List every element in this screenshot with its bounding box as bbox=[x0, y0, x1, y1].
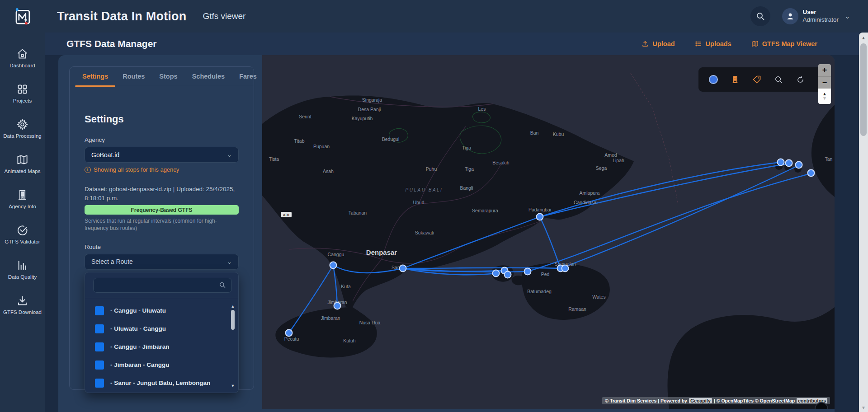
tab-schedules[interactable]: Schedules bbox=[185, 67, 232, 86]
sidebar-item-data-quality[interactable]: Data Quality bbox=[0, 252, 45, 287]
map-place-label: Desa Panji bbox=[358, 107, 381, 112]
sidebar-item-projects[interactable]: Projects bbox=[0, 76, 45, 111]
route-option[interactable]: - Uluwatu - Canggu bbox=[95, 320, 226, 338]
route-color-swatch bbox=[95, 379, 104, 388]
map-icon bbox=[16, 154, 28, 166]
scroll-up-icon[interactable]: ▲ bbox=[859, 33, 868, 40]
tag-icon bbox=[752, 75, 761, 84]
agency-value: GoBoat.id bbox=[91, 151, 119, 159]
search-icon bbox=[219, 281, 226, 289]
stop-circle-icon bbox=[709, 75, 718, 84]
bar-chart-icon bbox=[16, 259, 28, 272]
content-card: Settings Routes Stops Schedules Fares Se… bbox=[58, 55, 835, 412]
route-dropdown: - Canggu - Uluwatu - Uluwatu - Canggu - … bbox=[85, 272, 239, 393]
route-color-swatch bbox=[95, 342, 104, 351]
sidebar-item-dashboard[interactable]: Dashboard bbox=[0, 41, 45, 76]
route-search[interactable] bbox=[93, 278, 232, 293]
stop-marker[interactable] bbox=[537, 214, 543, 220]
map-land-lombok-north bbox=[811, 105, 835, 197]
map-place-label: Kutuh bbox=[343, 338, 356, 343]
map-place-label: Kuta bbox=[341, 284, 351, 289]
map-refresh-button[interactable] bbox=[795, 75, 805, 84]
stops-layer-button[interactable] bbox=[708, 75, 718, 84]
uploads-button[interactable]: Uploads bbox=[695, 40, 731, 47]
scroll-up-icon[interactable]: ▲ bbox=[230, 304, 236, 309]
sidebar-item-gtfs-download[interactable]: GTFS Download bbox=[0, 287, 45, 323]
app-logo-icon bbox=[13, 6, 33, 27]
tags-layer-button[interactable] bbox=[752, 75, 762, 84]
agency-layer-button[interactable] bbox=[730, 75, 740, 84]
map-place-label: Amed bbox=[604, 152, 617, 158]
tab-settings[interactable]: Settings bbox=[75, 67, 115, 86]
map-place-label: Ban bbox=[530, 130, 539, 136]
stop-marker[interactable] bbox=[778, 159, 784, 166]
route-search-input[interactable] bbox=[99, 282, 219, 289]
map-place-label: Puhu bbox=[426, 166, 437, 172]
stop-marker[interactable] bbox=[524, 268, 531, 275]
map-place-label: Lipah bbox=[613, 158, 624, 163]
page-scrollbar[interactable]: ▲ ▼ bbox=[859, 33, 868, 412]
tab-fares[interactable]: Fares bbox=[232, 67, 264, 86]
map-place-label: Bedugul bbox=[382, 136, 400, 142]
attribution-link-geoapify[interactable]: Geoapify bbox=[689, 398, 712, 403]
map-place-label: Ramaan bbox=[568, 306, 586, 312]
map-viewport[interactable]: SingarajaSeriritDesa PanjiKayuputihBedug… bbox=[262, 55, 835, 409]
home-icon bbox=[16, 48, 28, 60]
map-place-label: Batumadeg bbox=[527, 289, 552, 294]
map-place-label: Singaraja bbox=[362, 97, 382, 103]
list-scrollbar[interactable]: ▲ ▼ bbox=[230, 304, 236, 389]
building-icon bbox=[731, 75, 739, 84]
route-option[interactable]: - Jimbaran - Canggu bbox=[95, 356, 226, 374]
sidebar-item-animated-maps[interactable]: Animated Maps bbox=[0, 146, 45, 182]
stop-marker[interactable] bbox=[400, 265, 406, 272]
sidebar-item-gtfs-validator[interactable]: GTFS Validator bbox=[0, 217, 45, 252]
map-place-label: Asah bbox=[323, 169, 334, 174]
route-option[interactable]: - Canggu - Jimbaran bbox=[95, 338, 226, 356]
stop-marker[interactable] bbox=[330, 262, 337, 269]
user-name: User bbox=[803, 9, 839, 16]
scroll-down-icon[interactable]: ▼ bbox=[230, 383, 236, 389]
tilt-control[interactable]: ▲ ▼ bbox=[818, 89, 831, 104]
stop-marker[interactable] bbox=[505, 272, 511, 278]
scrollbar-thumb[interactable] bbox=[231, 310, 235, 330]
stop-marker[interactable] bbox=[562, 265, 569, 272]
search-icon bbox=[774, 75, 783, 84]
tab-stops[interactable]: Stops bbox=[152, 67, 184, 86]
zoom-in-button[interactable]: + bbox=[818, 64, 831, 76]
agency-select[interactable]: GoBoat.id ⌄ bbox=[85, 147, 239, 163]
page-scrollbar-thumb[interactable] bbox=[860, 43, 867, 136]
stop-marker[interactable] bbox=[334, 303, 341, 309]
route-option[interactable]: - Sanur - Jungut Batu, Lembongan bbox=[95, 374, 226, 392]
page-header: GTFS Data Manager Upload Uploads GTFS Ma… bbox=[45, 33, 859, 55]
zoom-out-button[interactable]: − bbox=[818, 76, 831, 89]
stop-marker[interactable] bbox=[796, 162, 802, 169]
person-icon bbox=[786, 12, 795, 21]
stop-marker[interactable] bbox=[493, 270, 500, 277]
route-placeholder: Select a Route bbox=[91, 258, 133, 265]
stop-marker[interactable] bbox=[808, 170, 815, 177]
route-select[interactable]: Select a Route ⌄ bbox=[85, 254, 239, 270]
navbar-search-button[interactable] bbox=[750, 6, 770, 26]
map-place-label: Candidasa bbox=[574, 200, 596, 205]
scroll-down-icon[interactable]: ▼ bbox=[859, 405, 868, 410]
sidebar-item-agency-info[interactable]: Agency Info bbox=[0, 182, 45, 217]
map-place-label: Canggu bbox=[328, 252, 344, 257]
sidebar-item-data-processing[interactable]: Data Processing bbox=[0, 111, 45, 146]
map-place-label: Tista bbox=[269, 156, 279, 162]
stop-marker[interactable] bbox=[786, 160, 793, 167]
upload-button[interactable]: Upload bbox=[642, 40, 675, 47]
map-search-button[interactable] bbox=[774, 75, 783, 84]
map-attribution: © Transit Dim Services | Powered by Geoa… bbox=[602, 397, 830, 404]
user-menu[interactable]: User Administrator ⌄ bbox=[782, 8, 850, 24]
map-place-label: Tiga bbox=[462, 145, 471, 150]
route-option[interactable]: - Canggu - Uluwatu bbox=[95, 302, 226, 320]
stop-marker[interactable] bbox=[286, 330, 292, 337]
top-navbar: Transit Data In Motion Gtfs viewer User … bbox=[0, 0, 868, 33]
map-place-label: Sega bbox=[596, 165, 607, 171]
gtfs-map-viewer-button[interactable]: GTFS Map Viewer bbox=[751, 40, 817, 47]
info-icon: i bbox=[85, 167, 91, 173]
tab-routes[interactable]: Routes bbox=[115, 67, 152, 86]
user-role: Administrator bbox=[803, 16, 839, 24]
route-line[interactable] bbox=[540, 217, 561, 268]
map-place-label: Kayuputih bbox=[352, 116, 373, 121]
